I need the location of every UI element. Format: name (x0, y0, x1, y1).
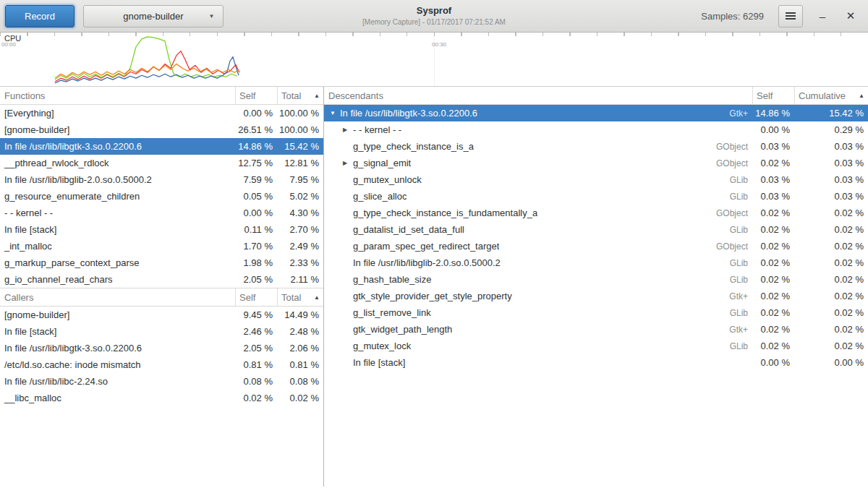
descendant-row[interactable]: ▶ g_signal_emit GObject 0.02 % 0.03 % (324, 155, 868, 171)
descendant-row[interactable]: g_type_check_instance_is_a GObject 0.03 … (324, 138, 868, 155)
self-column-header[interactable]: Self (235, 87, 277, 104)
descendants-table-header: Descendants Self Cumulative ▲ (324, 87, 868, 105)
menu-button[interactable] (778, 5, 803, 27)
self-percent: 1.70 % (235, 241, 277, 252)
caller-row[interactable]: /etc/ld.so.cache: inode mismatch 0.81 % … (0, 356, 323, 373)
function-name: _int_malloc (0, 241, 235, 252)
descendant-row[interactable]: g_hash_table_size GLib 0.02 % 0.02 % (324, 271, 868, 288)
functions-table-header: Functions Self Total ▲ (0, 87, 323, 105)
function-row[interactable]: [Everything] 0.00 % 100.00 % (0, 105, 323, 121)
self-percent: 1.98 % (235, 257, 277, 268)
self-percent: 14.86 % (235, 141, 277, 152)
expander-icon[interactable]: ▶ (341, 127, 353, 133)
self-percent: 0.02 % (752, 257, 794, 268)
functions-table: Functions Self Total ▲ [Everything] (0, 87, 323, 288)
descendant-row[interactable]: ▶ - - kernel - - 0.00 % 0.29 % (324, 121, 868, 138)
self-percent: 0.11 % (235, 224, 277, 235)
total-percent: 2.49 % (277, 241, 323, 252)
self-percent: 0.00 % (235, 207, 277, 218)
descendant-name: g_param_spec_get_redirect_target (353, 241, 499, 252)
left-pane: Functions Self Total ▲ [Everything] (0, 87, 324, 487)
descendant-row[interactable]: ▼ In file /usr/lib/libgtk-3.so.0.2200.6 … (324, 105, 868, 121)
descendant-row[interactable]: g_type_check_instance_is_fundamentally_a… (324, 205, 868, 221)
callers-list: [gnome-builder] 9.45 % 14.49 % In file [… (0, 307, 323, 406)
self-percent: 0.02 % (752, 341, 794, 351)
self-percent: 2.46 % (235, 326, 277, 337)
caller-row[interactable]: In file /usr/lib/libgtk-3.so.0.2200.6 2.… (0, 340, 323, 356)
function-row[interactable]: - - kernel - - 0.00 % 4.30 % (0, 205, 323, 221)
descendant-row[interactable]: g_list_remove_link GLib 0.02 % 0.02 % (324, 304, 868, 321)
self-percent: 7.59 % (235, 174, 277, 185)
self-column-header[interactable]: Self (752, 87, 794, 104)
descendant-name: gtk_style_provider_get_style_property (353, 291, 512, 301)
cumulative-percent: 0.02 % (794, 324, 868, 335)
descendant-name: g_slice_alloc (353, 191, 407, 202)
function-row[interactable]: g_resource_enumerate_children 0.05 % 5.0… (0, 188, 323, 205)
library-badge: GLib (730, 341, 748, 351)
self-percent: 0.02 % (752, 241, 794, 252)
cpu-graph[interactable]: CPU 00:00 00:30 (0, 33, 868, 87)
caller-row[interactable]: In file /usr/lib/libc-2.24.so 0.08 % 0.0… (0, 373, 323, 390)
descendant-row[interactable]: g_param_spec_get_redirect_target GObject… (324, 238, 868, 254)
expander-icon[interactable]: ▶ (341, 160, 353, 166)
callers-header-label: Callers (4, 292, 33, 303)
caller-row[interactable]: In file [stack] 2.46 % 2.48 % (0, 323, 323, 340)
function-row[interactable]: [gnome-builder] 26.51 % 100.00 % (0, 121, 323, 138)
library-badge: GLib (730, 175, 748, 185)
self-percent: 12.75 % (235, 158, 277, 168)
expander-icon[interactable]: ▼ (328, 110, 340, 116)
close-button[interactable]: ✕ (842, 6, 859, 26)
caller-row[interactable]: __libc_malloc 0.02 % 0.02 % (0, 390, 323, 406)
cumulative-percent: 15.42 % (794, 108, 868, 119)
caller-row[interactable]: [gnome-builder] 9.45 % 14.49 % (0, 307, 323, 323)
function-row[interactable]: g_markup_parse_context_parse 1.98 % 2.33… (0, 254, 323, 271)
library-badge: GLib (730, 192, 748, 202)
descendant-name: g_list_remove_link (353, 307, 431, 318)
total-column-header[interactable]: Total ▲ (277, 288, 323, 306)
cumulative-percent: 0.02 % (794, 307, 868, 318)
function-name: g_resource_enumerate_children (0, 191, 235, 202)
cumulative-percent: 0.03 % (794, 174, 868, 185)
total-percent: 12.81 % (277, 158, 323, 168)
descendant-row[interactable]: g_mutex_unlock GLib 0.03 % 0.03 % (324, 171, 868, 188)
total-percent: 5.02 % (277, 191, 323, 202)
total-percent: 14.49 % (277, 309, 323, 320)
cumulative-column-header[interactable]: Cumulative ▲ (794, 87, 868, 104)
library-badge: GObject (716, 208, 748, 218)
functions-column-header[interactable]: Functions (0, 87, 235, 104)
function-row[interactable]: __pthread_rwlock_rdlock 12.75 % 12.81 % (0, 155, 323, 171)
function-row[interactable]: g_io_channel_read_chars 2.05 % 2.11 % (0, 271, 323, 288)
record-button[interactable]: Record (5, 5, 75, 27)
descendant-row[interactable]: g_datalist_id_set_data_full GLib 0.02 % … (324, 221, 868, 238)
caller-name: In file /usr/lib/libc-2.24.so (0, 376, 235, 387)
self-column-header[interactable]: Self (235, 288, 277, 306)
time-tick-mid: 00:30 (432, 41, 446, 48)
descendant-name: g_type_check_instance_is_fundamentally_a (353, 207, 537, 218)
process-selector-dropdown[interactable]: gnome-builder ▼ (83, 5, 224, 27)
library-badge: Gtk+ (729, 108, 748, 119)
function-row[interactable]: In file [stack] 0.11 % 2.70 % (0, 221, 323, 238)
total-header-label: Total (281, 292, 301, 303)
minimize-button[interactable]: – (814, 6, 831, 26)
function-row[interactable]: In file /usr/lib/libglib-2.0.so.0.5000.2… (0, 171, 323, 188)
total-percent: 2.06 % (277, 343, 323, 354)
descendant-row[interactable]: gtk_widget_path_length Gtk+ 0.02 % 0.02 … (324, 321, 868, 338)
self-percent: 0.02 % (235, 393, 277, 403)
total-column-header[interactable]: Total ▲ (277, 87, 323, 104)
descendant-row[interactable]: gtk_style_provider_get_style_property Gt… (324, 288, 868, 304)
function-row[interactable]: _int_malloc 1.70 % 2.49 % (0, 238, 323, 254)
callers-column-header[interactable]: Callers (0, 288, 235, 306)
function-row[interactable]: In file /usr/lib/libgtk-3.so.0.2200.6 14… (0, 138, 323, 155)
total-percent: 0.81 % (277, 359, 323, 370)
descendants-column-header[interactable]: Descendants (324, 87, 752, 104)
window-title-group: Sysprof [Memory Capture] - 01/17/2017 07… (362, 5, 506, 27)
sort-indicator-icon: ▲ (859, 93, 868, 99)
descendants-table: Descendants Self Cumulative ▲ ▼ (324, 87, 868, 371)
function-name: g_markup_parse_context_parse (0, 257, 235, 268)
descendant-row[interactable]: In file [stack] 0.00 % 0.00 % (324, 354, 868, 371)
time-tick-start: 00:00 (1, 41, 16, 48)
descendant-row[interactable]: g_slice_alloc GLib 0.03 % 0.03 % (324, 188, 868, 205)
descendant-row[interactable]: In file /usr/lib/libglib-2.0.so.0.5000.2… (324, 254, 868, 271)
descendant-row[interactable]: g_mutex_lock GLib 0.02 % 0.02 % (324, 338, 868, 354)
library-badge: GLib (730, 275, 748, 285)
